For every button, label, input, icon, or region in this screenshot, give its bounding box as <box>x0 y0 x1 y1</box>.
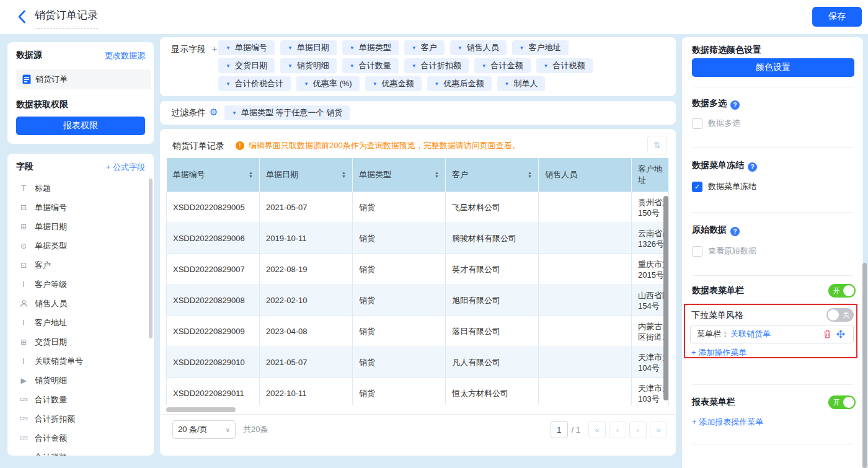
page-size-select[interactable]: 20 条/页 ∨ <box>172 420 236 439</box>
table-cell: 销货 <box>353 316 446 347</box>
column-header[interactable]: 客户▲▼ <box>446 158 539 192</box>
table-sort-icon[interactable]: ⇅ <box>647 136 667 154</box>
change-datasource-link[interactable]: 更改数据源 <box>105 50 145 61</box>
display-field-chip[interactable]: ▼单据类型 <box>342 40 399 55</box>
add-action-menu-link[interactable]: + 添加操作菜单 <box>691 347 746 358</box>
display-field-chip[interactable]: ▼单据日期 <box>280 40 337 55</box>
field-item[interactable]: I关联销货单号 <box>7 351 154 371</box>
display-field-chip[interactable]: ▼销售人员 <box>450 40 507 55</box>
table-horizontal-scrollbar[interactable] <box>166 407 236 412</box>
field-item[interactable]: ▶销货明细 <box>7 371 154 390</box>
move-menu-icon[interactable] <box>835 328 847 340</box>
display-field-chip[interactable]: ▼优惠率 (%) <box>296 76 360 91</box>
field-item[interactable]: T标题 <box>7 179 154 198</box>
page-number-input[interactable]: 1 <box>551 421 568 438</box>
field-item[interactable]: 销售人员 <box>7 294 154 313</box>
table-row[interactable]: XSDD202208290092023-04-08销货落日有限公司内蒙古自 区街… <box>167 316 669 347</box>
add-formula-field-link[interactable]: + 公式字段 <box>106 162 145 173</box>
table-vertical-scrollbar[interactable] <box>663 196 668 400</box>
dropdown-style-toggle[interactable]: 关 <box>826 308 854 322</box>
field-item[interactable]: ⊞单据日期 <box>7 217 154 236</box>
column-header-label: 销售人员 <box>545 169 577 180</box>
field-item[interactable]: ⊞交货日期 <box>7 332 154 351</box>
fields-scrollbar[interactable] <box>149 179 153 338</box>
field-item[interactable]: 123合计税额 <box>7 448 154 456</box>
table-row[interactable]: XSDD202208290062019-10-11销货腾骏材料有限公司云南省昆 … <box>167 223 669 254</box>
next-page-button[interactable]: › <box>629 421 647 438</box>
display-field-chip[interactable]: ▼制单人 <box>497 76 546 91</box>
sort-arrows-icon[interactable]: ▲▼ <box>249 171 253 179</box>
sort-arrows-icon[interactable]: ▲▼ <box>528 171 532 179</box>
menu-bar-value-link[interactable]: 关联销货单 <box>730 329 771 340</box>
back-icon[interactable] <box>17 10 26 24</box>
display-field-chip[interactable]: ▼销货明细 <box>280 58 337 73</box>
table-row[interactable]: XSDD202208290102021-05-07销货凡人有限公司天津市天 10… <box>167 347 669 378</box>
display-field-chip[interactable]: ▼合计数量 <box>342 58 399 73</box>
table-menu-bar-toggle[interactable]: 开 <box>828 284 856 298</box>
add-report-menu-link[interactable]: + 添加报表操作菜单 <box>692 417 763 428</box>
display-field-chip[interactable]: ▼单据编号 <box>218 40 275 55</box>
column-header[interactable]: 销售人员 <box>539 158 632 192</box>
add-display-field-button[interactable]: + <box>212 44 217 54</box>
display-field-chip[interactable]: ▼客户 <box>404 40 445 55</box>
display-field-chip[interactable]: ▼合计税额 <box>536 58 593 73</box>
data-table: 单据编号▲▼单据日期▲▼单据类型▲▼客户▲▼销售人员客户地址 XSDD20220… <box>166 158 669 405</box>
field-item[interactable]: 123合计数量 <box>7 390 154 409</box>
help-icon[interactable]: ? <box>730 100 740 110</box>
first-page-button[interactable]: « <box>588 421 606 438</box>
window-scrollbar[interactable] <box>862 263 867 468</box>
field-item[interactable]: ⊙单据类型 <box>7 236 154 255</box>
field-item[interactable]: 123合计折扣额 <box>7 409 154 428</box>
sort-arrows-icon[interactable]: ▲▼ <box>435 171 439 179</box>
filter-settings-gear-icon[interactable]: ⚙ <box>210 107 218 118</box>
menu-bar-item[interactable]: 菜单栏： 关联销货单 <box>690 325 854 343</box>
chevron-down-icon: ▼ <box>373 81 378 87</box>
filter-condition-chip[interactable]: ▼ 单据类型 等于任意一个 销货 <box>224 105 350 120</box>
display-field-chip[interactable]: ▼优惠后金额 <box>427 76 492 91</box>
help-icon[interactable]: ? <box>748 162 757 172</box>
report-permission-button[interactable]: 报表权限 <box>16 117 145 135</box>
table-cell: 旭阳有限公司 <box>446 285 539 316</box>
last-page-button[interactable]: » <box>650 421 667 438</box>
datasource-item[interactable]: 销货订单 <box>16 69 151 89</box>
fields-title: 字段 <box>16 161 33 172</box>
field-item[interactable]: ⊟单据编号 <box>7 198 154 217</box>
display-field-chip[interactable]: ▼优惠金额 <box>365 76 422 91</box>
column-header-label: 客户地址 <box>638 164 662 186</box>
field-item[interactable]: I客户地址 <box>7 313 154 332</box>
column-header[interactable]: 单据类型▲▼ <box>353 158 446 192</box>
table-row[interactable]: XSDD202208290052021-05-07销货飞星材料公司贵州省遵 15… <box>167 192 669 223</box>
multi-select-checkbox[interactable]: 数据多选 <box>692 118 740 129</box>
display-field-chip[interactable]: ▼合计价税合计 <box>218 76 291 91</box>
raw-data-checkbox[interactable]: 查看原始数据 <box>692 245 756 257</box>
display-field-chip[interactable]: ▼合计折扣额 <box>404 58 469 73</box>
column-header[interactable]: 客户地址 <box>632 158 669 192</box>
field-label: 客户地址 <box>35 317 67 329</box>
prev-page-button[interactable]: ‹ <box>609 421 626 438</box>
delete-menu-icon[interactable] <box>821 328 833 340</box>
table-cell: 落日有限公司 <box>446 316 539 347</box>
chevron-down-icon: ▼ <box>520 45 525 51</box>
column-header[interactable]: 单据编号▲▼ <box>167 158 260 192</box>
column-header[interactable]: 单据日期▲▼ <box>260 158 353 192</box>
table-row[interactable]: XSDD202208290082022-02-10销货旭阳有限公司山西省阳 15… <box>167 285 669 316</box>
display-fields-label: 显示字段 + <box>171 44 217 55</box>
number-icon: 123 <box>17 454 30 456</box>
settings-panel: 数据筛选颜色设置 颜色设置 数据多选? 数据多选 数据菜单冻结? ✓ 数据菜单冻… <box>682 37 863 468</box>
help-icon[interactable]: ? <box>730 227 740 236</box>
save-button[interactable]: 保存 <box>812 7 862 27</box>
report-menu-bar-toggle[interactable]: 开 <box>828 395 856 409</box>
display-field-chip[interactable]: ▼客户地址 <box>512 40 569 55</box>
display-field-chip[interactable]: ▼合计金额 <box>474 58 531 73</box>
sort-arrows-icon[interactable]: ▲▼ <box>342 171 346 179</box>
field-item[interactable]: 123合计金额 <box>7 428 154 448</box>
field-item[interactable]: I客户等级 <box>7 275 154 294</box>
table-row[interactable]: XSDD202208290072022-08-19销货英才有限公司重庆市重 20… <box>167 254 669 285</box>
field-label: 单据类型 <box>35 241 67 252</box>
display-field-chip[interactable]: ▼交货日期 <box>218 58 275 73</box>
table-viewport: 单据编号▲▼单据日期▲▼单据类型▲▼客户▲▼销售人员客户地址 XSDD20220… <box>166 158 670 405</box>
menu-freeze-checkbox[interactable]: ✓ 数据菜单冻结 <box>692 181 756 192</box>
field-item[interactable]: ⊡客户 <box>7 255 154 275</box>
table-row[interactable]: XSDD202208290112022-10-11销货恒太方材料公司天津市天 1… <box>167 378 669 405</box>
color-settings-button[interactable]: 颜色设置 <box>692 58 854 77</box>
